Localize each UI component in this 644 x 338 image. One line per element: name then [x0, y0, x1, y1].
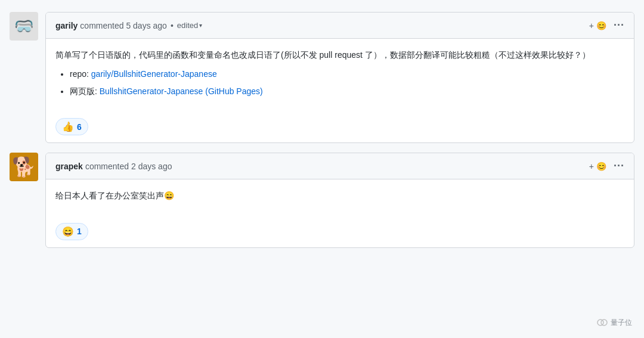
page-container: 🥽 garily commented 5 days ago • edited ▾ [0, 0, 644, 338]
comment-header-right-2: + 😊 ··· [589, 160, 624, 172]
comment-meta-2: commented 2 days ago [85, 162, 172, 171]
avatar-garily: 🥽 [10, 12, 38, 41]
comment-text-1: 简单写了个日语版的，代码里的函数和变量命名也改成日语了(所以不发 pull re… [55, 48, 624, 61]
watermark-logo-icon [596, 317, 608, 328]
link-webpage[interactable]: BullshitGenerator-Japanese (GitHub Pages… [100, 86, 263, 96]
reaction-count-2: 1 [77, 227, 82, 236]
comment-header-left-2: grapek commented 2 days ago [55, 162, 172, 171]
link-repo[interactable]: garily/BullshitGenerator-Japanese [91, 69, 217, 79]
comment-wrapper-1: 🥽 garily commented 5 days ago • edited ▾ [10, 12, 634, 143]
svg-point-1 [601, 320, 607, 325]
comment-wrapper-2: 🐕 grapek commented 2 days ago + 😊 [10, 153, 634, 247]
add-reaction-button-2[interactable]: + 😊 [589, 162, 606, 171]
chevron-down-icon: ▾ [199, 22, 202, 29]
edited-badge-1[interactable]: edited ▾ [177, 21, 202, 30]
plus-label-1: + [589, 21, 594, 30]
comment-header-2: grapek commented 2 days ago + 😊 ··· [46, 153, 634, 179]
comment-box-2: grapek commented 2 days ago + 😊 ··· [45, 153, 634, 247]
emoji-icon-2: 😊 [596, 162, 606, 171]
watermark: 量子位 [596, 317, 632, 328]
link-item-webpage: 网页版: BullshitGenerator-Japanese (GitHub … [70, 85, 624, 98]
avatar-grapek: 🐕 [10, 153, 38, 181]
dot-separator-1: • [171, 21, 174, 30]
comment-thread: 🥽 garily commented 5 days ago • edited ▾ [10, 12, 634, 248]
comment-body-1: 简单写了个日语版的，代码里的函数和变量命名也改成日语了(所以不发 pull re… [46, 39, 634, 113]
comment-body-2: 给日本人看了在办公室笑出声😄 [46, 179, 634, 218]
watermark-text: 量子位 [611, 318, 632, 328]
smile-emoji: 😄 [62, 226, 74, 237]
more-button-1[interactable]: ··· [614, 19, 624, 32]
plus-label-2: + [589, 162, 594, 171]
reaction-count-1: 6 [77, 122, 82, 132]
thumbsup-emoji: 👍 [62, 121, 74, 132]
link-item-repo: repo: garily/BullshitGenerator-Japanese [70, 67, 624, 80]
comment-text-2: 给日本人看了在办公室笑出声😄 [55, 189, 624, 202]
edited-label: edited [177, 21, 198, 30]
more-button-2[interactable]: ··· [614, 160, 624, 172]
reaction-smile[interactable]: 😄 1 [55, 223, 88, 240]
add-reaction-button-1[interactable]: + 😊 [589, 21, 606, 30]
emoji-icon-1: 😊 [596, 21, 606, 30]
comment-header-left-1: garily commented 5 days ago • edited ▾ [55, 21, 202, 30]
comment-box-1: garily commented 5 days ago • edited ▾ + [45, 12, 634, 143]
comment-author-1[interactable]: garily [55, 21, 78, 30]
link-label-repo: repo: [70, 69, 91, 79]
comment-meta-1: commented 5 days ago [80, 21, 167, 30]
comment-reactions-1: 👍 6 [46, 113, 634, 142]
comment-reactions-2: 😄 1 [46, 218, 634, 247]
comment-header-1: garily commented 5 days ago • edited ▾ + [46, 13, 634, 39]
comment-author-2[interactable]: grapek [55, 162, 83, 171]
reaction-thumbsup[interactable]: 👍 6 [55, 118, 88, 135]
link-label-webpage: 网页版: [70, 86, 100, 96]
comment-links-list-1: repo: garily/BullshitGenerator-Japanese … [70, 67, 624, 98]
comment-header-right-1: + 😊 ··· [589, 19, 624, 32]
